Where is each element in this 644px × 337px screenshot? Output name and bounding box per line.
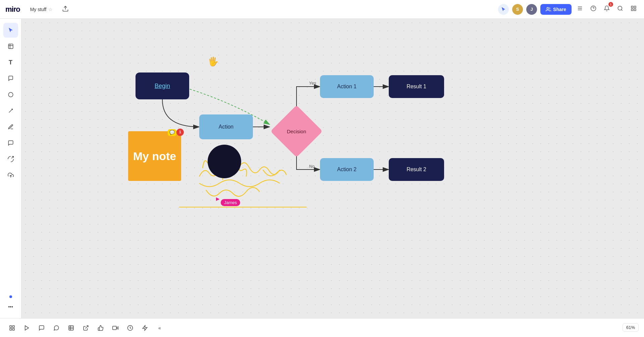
bottom-toolbar: « 61% xyxy=(0,318,644,337)
sticky-notification-badge: 1 xyxy=(176,129,184,136)
begin-label: Begin xyxy=(155,83,170,90)
chat-tool[interactable] xyxy=(50,321,63,335)
zoom-level: 61% xyxy=(626,325,635,330)
frames-tool[interactable] xyxy=(3,39,18,54)
star-icon[interactable]: ☆ xyxy=(48,7,53,12)
svg-rect-24 xyxy=(10,326,11,327)
collapse-toolbar-button[interactable]: « xyxy=(153,321,166,335)
decision-node[interactable]: Decision xyxy=(270,109,323,153)
notifications-wrap: 1 xyxy=(602,3,612,15)
svg-line-33 xyxy=(86,326,88,328)
lightning-tool[interactable] xyxy=(138,321,152,335)
search-button[interactable] xyxy=(615,3,625,15)
timer-tool[interactable] xyxy=(123,321,137,335)
upload-button[interactable] xyxy=(60,3,71,15)
svg-rect-26 xyxy=(10,328,11,330)
svg-point-1 xyxy=(547,7,548,9)
notification-badge: 1 xyxy=(608,2,613,7)
customize-button[interactable] xyxy=(575,3,585,15)
svg-line-18 xyxy=(11,156,13,158)
svg-rect-11 xyxy=(631,9,633,11)
cursor-presence-icon[interactable] xyxy=(498,4,509,15)
svg-line-8 xyxy=(621,9,622,10)
table-tool[interactable] xyxy=(64,321,78,335)
thumbsup-tool[interactable] xyxy=(94,321,107,335)
pen-tool[interactable] xyxy=(3,119,18,134)
collapse-icon: « xyxy=(158,325,161,331)
header-right: S J Share 1 xyxy=(498,3,639,15)
svg-rect-10 xyxy=(634,6,636,8)
svg-rect-13 xyxy=(8,44,13,49)
svg-rect-9 xyxy=(631,6,633,8)
comment-tool[interactable] xyxy=(3,136,18,150)
james-cursor-arrow: ▶ xyxy=(216,196,220,201)
action2-label: Action 2 xyxy=(337,166,357,173)
action1-node[interactable]: Action 1 xyxy=(320,75,374,98)
more-tools-button[interactable]: ••• xyxy=(3,299,18,314)
sticky-chat-icon: 💬 xyxy=(168,129,176,136)
line-tool[interactable] xyxy=(3,103,18,118)
sticky-note-tool[interactable] xyxy=(3,71,18,86)
help-button[interactable] xyxy=(588,3,598,15)
svg-rect-27 xyxy=(13,328,14,330)
menu-button[interactable] xyxy=(629,3,639,15)
more-tools-spacer: ••• xyxy=(3,294,18,314)
svg-line-17 xyxy=(9,109,12,113)
export-tool[interactable] xyxy=(79,321,93,335)
hand-cursor: 🖐 xyxy=(208,56,218,67)
shapes-tool[interactable] xyxy=(3,87,18,102)
sticky-note[interactable]: 1 💬 My note xyxy=(128,131,181,181)
action-node[interactable]: Action xyxy=(199,114,253,139)
begin-node[interactable]: Begin xyxy=(136,73,189,99)
dark-circle xyxy=(208,145,241,178)
zoom-indicator[interactable]: 61% xyxy=(623,323,639,332)
svg-text:Yes: Yes xyxy=(309,81,316,86)
board-title-button[interactable]: My stuff ☆ xyxy=(27,5,56,14)
avatar-s[interactable]: S xyxy=(512,4,523,15)
upload-tool[interactable] xyxy=(3,168,18,183)
result1-label: Result 1 xyxy=(407,84,426,90)
action-label: Action xyxy=(219,124,233,130)
yellow-selection-line xyxy=(179,207,307,207)
comment-bubble-tool[interactable] xyxy=(35,321,48,335)
share-label: Share xyxy=(553,7,566,12)
result1-node[interactable]: Result 1 xyxy=(389,75,444,98)
header: miro My stuff ☆ S J Share 1 xyxy=(0,0,644,19)
james-cursor-label: James xyxy=(221,199,240,206)
share-button[interactable]: Share xyxy=(540,4,572,15)
present-tool[interactable] xyxy=(20,321,34,335)
sticky-note-text: My note xyxy=(133,149,176,163)
select-tool[interactable] xyxy=(3,23,18,38)
left-toolbar: T ••• xyxy=(0,19,21,318)
decision-label: Decision xyxy=(287,129,306,134)
svg-rect-12 xyxy=(634,9,636,11)
app-logo: miro xyxy=(5,5,20,14)
svg-point-7 xyxy=(618,6,622,10)
result2-node[interactable]: Result 2 xyxy=(389,158,444,181)
action1-label: Action 1 xyxy=(337,84,357,90)
svg-rect-29 xyxy=(69,326,73,330)
grid-tool[interactable] xyxy=(5,321,19,335)
svg-rect-35 xyxy=(113,326,116,330)
blue-dot-indicator xyxy=(9,295,12,298)
board-title-label: My stuff xyxy=(30,7,47,12)
canvas[interactable]: 🖐 Yes No xyxy=(21,19,644,318)
text-tool[interactable]: T xyxy=(3,55,18,70)
video-tool[interactable] xyxy=(109,321,122,335)
svg-rect-25 xyxy=(13,326,14,327)
svg-point-16 xyxy=(8,92,13,97)
result2-label: Result 2 xyxy=(407,166,426,173)
crop-tool[interactable] xyxy=(3,152,18,166)
svg-text:No: No xyxy=(309,164,315,169)
action2-node[interactable]: Action 2 xyxy=(320,158,374,181)
svg-marker-34 xyxy=(116,327,118,329)
svg-marker-28 xyxy=(25,326,29,330)
avatar-j[interactable]: J xyxy=(526,4,537,15)
svg-marker-37 xyxy=(143,325,147,330)
